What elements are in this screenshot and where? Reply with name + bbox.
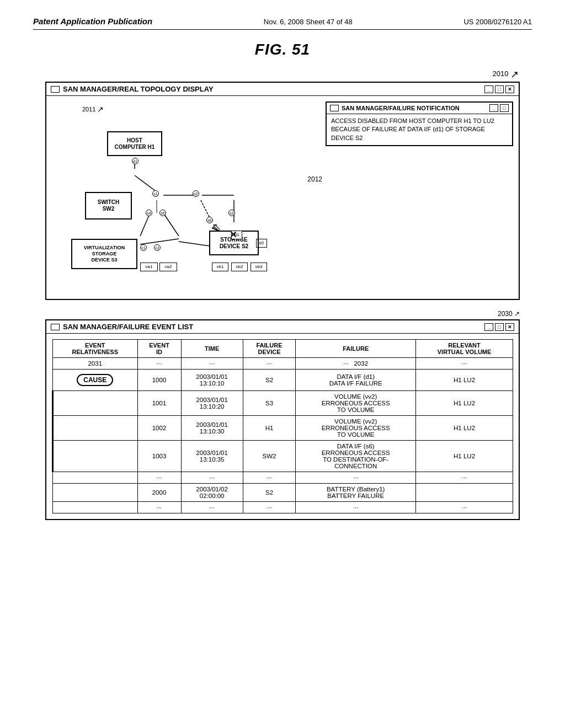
label-2011: 2011 ↗ bbox=[82, 105, 104, 114]
cell-failure: DATA I/F (d1)DATA I/F FAILURE bbox=[296, 370, 416, 391]
col-failure: FAILURE bbox=[296, 340, 416, 358]
cell-volume: H1 LU2 bbox=[416, 416, 513, 441]
cell-id: ··· bbox=[137, 472, 181, 484]
page-header: Patent Application Publication Nov. 6, 2… bbox=[33, 17, 532, 30]
cell-time: 2003/01/0113:10:35 bbox=[181, 441, 243, 472]
fig-title: FIG. 51 bbox=[33, 41, 532, 58]
cell-relativeness bbox=[53, 484, 138, 502]
san-topology-window: SAN MANAGER/REAL TOPOLOGY DISPLAY _ □ ✕ … bbox=[45, 82, 520, 300]
cell-time: ··· bbox=[181, 502, 243, 513]
cell-time: 2003/01/0113:10:30 bbox=[181, 416, 243, 441]
cell-id: 2000 bbox=[137, 484, 181, 502]
cell-failure: ··· 2032 bbox=[296, 358, 416, 370]
port-s5: s5 bbox=[159, 210, 166, 216]
port-s2: s2 bbox=[193, 190, 199, 197]
table-row: 2031 ··· ··· ··· ··· 2032 ··· bbox=[53, 358, 513, 370]
col-relativeness: EVENTRELATIVENESS bbox=[53, 340, 138, 358]
notif-min[interactable]: _ bbox=[489, 104, 498, 112]
port-va2: va2 bbox=[159, 263, 177, 271]
event-list-content: EVENTRELATIVENESS EVENTID TIME FAILUREDE… bbox=[46, 334, 519, 519]
label-2030: 2030 ↗ bbox=[45, 310, 520, 318]
event-minimize-btn[interactable]: _ bbox=[484, 323, 493, 331]
cell-device: SW2 bbox=[243, 441, 296, 472]
svg-line-1 bbox=[135, 175, 157, 192]
port-a1: a1 bbox=[132, 158, 138, 164]
switch-node: SWITCHSW2 bbox=[85, 192, 132, 220]
col-time: TIME bbox=[181, 340, 243, 358]
topo-diagram: HOSTCOMPUTER H1 a1 SWITCHSW2 s1 s2 s4 s5… bbox=[68, 120, 322, 291]
table-row: 1002 2003/01/0113:10:30 H1 VOLUME (vv2)E… bbox=[53, 416, 513, 441]
cell-relativeness: CAUSE bbox=[53, 370, 138, 391]
table-row: ··· ··· ··· ··· ··· bbox=[53, 502, 513, 513]
event-titlebar: SAN MANAGER/FAILURE EVENT LIST _ □ ✕ bbox=[46, 320, 519, 334]
event-win-controls[interactable]: _ □ ✕ bbox=[484, 323, 514, 331]
port-s1: s1 bbox=[152, 190, 159, 197]
port-vb3: vb3 bbox=[250, 263, 267, 271]
diagram-area: 2010 ↗ SAN MANAGER/REAL TOPOLOGY DISPLAY… bbox=[45, 68, 520, 520]
table-row: 2000 2003/01/0202:00:00 S2 BATTERY (Batt… bbox=[53, 484, 513, 502]
cell-relativeness bbox=[53, 441, 138, 472]
cell-time: 2003/01/0113:10:10 bbox=[181, 370, 243, 391]
cell-relativeness bbox=[53, 391, 138, 416]
virt-node: VIRTUALIZATIONSTORAGEDEVICE S3 bbox=[71, 239, 137, 269]
cell-id: 1001 bbox=[137, 391, 181, 416]
failure-mark: ✕ bbox=[230, 229, 237, 240]
cell-volume bbox=[416, 484, 513, 502]
cell-volume: ··· bbox=[416, 358, 513, 370]
header-right: US 2008/0276120 A1 bbox=[463, 18, 532, 26]
table-row: ··· ··· ··· ··· ··· bbox=[53, 472, 513, 484]
failure-notif-body: ACCESS DISABLED FROM HOST COMPUTER H1 TO… bbox=[327, 114, 512, 145]
event-maximize-btn[interactable]: □ bbox=[495, 323, 504, 331]
cell-id: 1000 bbox=[137, 370, 181, 391]
port-s6: s6 bbox=[206, 217, 213, 223]
cause-badge: CAUSE bbox=[77, 374, 113, 386]
cell-volume: H1 LU2 bbox=[416, 391, 513, 416]
event-win-icon bbox=[51, 324, 60, 330]
cell-device: S2 bbox=[243, 370, 296, 391]
cell-failure: ··· bbox=[296, 472, 416, 484]
cell-time: ··· bbox=[181, 472, 243, 484]
port-d2: d2 bbox=[256, 239, 267, 248]
maximize-btn[interactable]: □ bbox=[495, 85, 504, 93]
topology-titlebar: SAN MANAGER/REAL TOPOLOGY DISPLAY _ □ ✕ bbox=[46, 83, 519, 96]
cell-relativeness bbox=[53, 472, 138, 484]
notif-max[interactable]: □ bbox=[500, 104, 509, 112]
window-controls[interactable]: _ □ ✕ bbox=[484, 85, 514, 93]
port-s4: s4 bbox=[146, 210, 152, 216]
event-close-btn[interactable]: ✕ bbox=[505, 323, 514, 331]
svg-line-5 bbox=[163, 213, 179, 236]
failure-notif-box: SAN MANAGER/FAILURE NOTIFICATION _ □ ACC… bbox=[326, 101, 513, 146]
table-row: 1003 2003/01/0113:10:35 SW2 DATA I/F (s6… bbox=[53, 441, 513, 472]
cell-device: ··· bbox=[243, 472, 296, 484]
cell-failure: VOLUME (vv2)ERRONEOUS ACCESSTO VOLUME bbox=[296, 391, 416, 416]
minimize-btn[interactable]: _ bbox=[484, 85, 493, 93]
table-row: 1001 2003/01/0113:10:20 S3 VOLUME (vv2)E… bbox=[53, 391, 513, 416]
col-eventid: EVENTID bbox=[137, 340, 181, 358]
cell-failure: ··· bbox=[296, 502, 416, 513]
cell-id: 1002 bbox=[137, 416, 181, 441]
san-event-window: SAN MANAGER/FAILURE EVENT LIST _ □ ✕ EVE… bbox=[45, 319, 520, 520]
cell-failure: BATTERY (Battery1)BATTERY FAILURE bbox=[296, 484, 416, 502]
col-device: FAILUREDEVICE bbox=[243, 340, 296, 358]
svg-line-9 bbox=[140, 239, 179, 244]
header-left: Patent Application Publication bbox=[33, 17, 152, 26]
cell-volume: H1 LU2 bbox=[416, 441, 513, 472]
label-2012: 2012 bbox=[307, 175, 322, 183]
port-s3: s3 bbox=[228, 210, 235, 216]
cell-relativeness bbox=[53, 502, 138, 513]
cell-volume: ··· bbox=[416, 502, 513, 513]
cell-volume: H1 LU2 bbox=[416, 370, 513, 391]
port-vb2: vb2 bbox=[231, 263, 248, 271]
cell-device: H1 bbox=[243, 416, 296, 441]
cell-relativeness bbox=[53, 416, 138, 441]
cell-id: ··· bbox=[137, 502, 181, 513]
cell-relativeness: 2031 bbox=[53, 358, 138, 370]
topology-title: SAN MANAGER/REAL TOPOLOGY DISPLAY bbox=[63, 85, 214, 93]
svg-line-4 bbox=[140, 213, 150, 236]
header-center: Nov. 6, 2008 Sheet 47 of 48 bbox=[264, 18, 353, 26]
close-btn[interactable]: ✕ bbox=[505, 85, 514, 93]
cell-device: ··· bbox=[243, 358, 296, 370]
host-node: HOSTCOMPUTER H1 bbox=[107, 131, 162, 156]
cell-failure: VOLUME (vv2)ERRONEOUS ACCESSTO VOLUME bbox=[296, 416, 416, 441]
cell-id: ··· bbox=[137, 358, 181, 370]
